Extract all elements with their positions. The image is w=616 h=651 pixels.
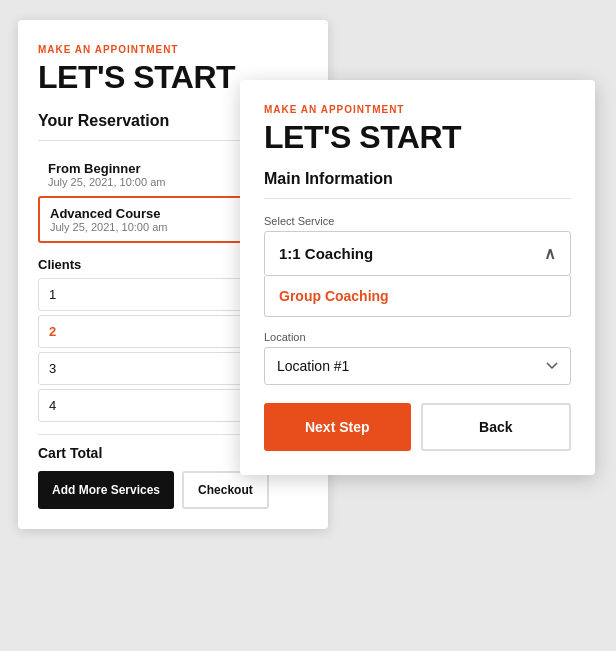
- selected-service-text: 1:1 Coaching: [279, 245, 373, 262]
- location-label: Location: [264, 331, 571, 343]
- group-coaching-option[interactable]: Group Coaching: [265, 276, 570, 316]
- front-make-appt-label: MAKE AN APPOINTMENT: [264, 104, 571, 115]
- chevron-up-icon: ∧: [544, 244, 556, 263]
- service-dropdown-wrapper: 1:1 Coaching ∧ Group Coaching: [264, 231, 571, 317]
- front-lets-start: LET'S START: [264, 119, 571, 156]
- add-more-services-button[interactable]: Add More Services: [38, 471, 174, 509]
- back-button[interactable]: Back: [421, 403, 572, 451]
- service-dropdown-selected[interactable]: 1:1 Coaching ∧: [264, 231, 571, 276]
- service-dropdown-list: Group Coaching: [264, 276, 571, 317]
- next-step-button[interactable]: Next Step: [264, 403, 411, 451]
- location-select[interactable]: Location #1Location #2: [264, 347, 571, 385]
- back-make-appt-label: MAKE AN APPOINTMENT: [38, 44, 308, 55]
- front-section-title: Main Information: [264, 170, 571, 199]
- select-service-label: Select Service: [264, 215, 571, 227]
- checkout-button[interactable]: Checkout: [182, 471, 269, 509]
- front-card: MAKE AN APPOINTMENT LET'S START Main Inf…: [240, 80, 595, 475]
- cart-buttons: Add More Services Checkout: [38, 471, 308, 509]
- action-buttons: Next Step Back: [264, 403, 571, 451]
